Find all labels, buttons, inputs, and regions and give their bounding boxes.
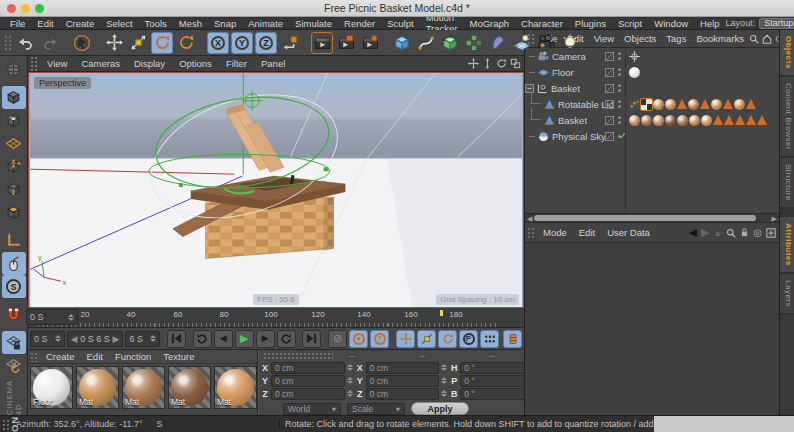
selection-tag[interactable] [746, 99, 756, 109]
menu-create[interactable]: Create [60, 18, 101, 29]
om-menu-view[interactable]: View [589, 33, 619, 44]
coord-z-scale-field[interactable]: 0 cm [366, 388, 440, 400]
target-icon[interactable] [629, 51, 640, 62]
record-keyframe-button[interactable]: ● [349, 330, 368, 348]
render-picture-viewer-button[interactable] [335, 32, 357, 54]
add-spline-button[interactable] [415, 32, 437, 54]
make-editable-button[interactable] [2, 58, 26, 81]
record-button[interactable]: ⊘ [328, 330, 347, 348]
lock-z-button[interactable]: Z [255, 32, 277, 54]
material-menu-edit[interactable]: Edit [81, 351, 109, 362]
material-menu-texture[interactable]: Texture [157, 351, 200, 362]
menu-simulate[interactable]: Simulate [289, 18, 338, 29]
viewport-camera-label[interactable]: Perspective [34, 77, 91, 89]
material-tag[interactable] [701, 115, 712, 126]
tab-objects[interactable]: Objects [780, 30, 794, 77]
polygons-mode-button[interactable] [2, 201, 26, 224]
texture-mode-button[interactable] [2, 109, 26, 132]
goto-end-button[interactable] [302, 330, 321, 348]
material-menu-grip[interactable] [30, 352, 38, 362]
menu-select[interactable]: Select [100, 18, 138, 29]
visibility-dots[interactable] [618, 52, 621, 60]
menu-plugins[interactable]: Plugins [569, 18, 612, 29]
object-row-basket-mesh[interactable]: Basket [525, 112, 779, 128]
menu-file[interactable]: File [4, 18, 31, 29]
am-menu-edit[interactable]: Edit [573, 227, 601, 238]
uvw-tag-selected[interactable] [641, 99, 652, 110]
material-tag[interactable] [665, 115, 676, 126]
add-cube-button[interactable] [391, 32, 413, 54]
lock-icon[interactable] [740, 227, 749, 238]
autokey-button[interactable]: ? [370, 330, 389, 348]
lock-x-button[interactable]: X [207, 32, 229, 54]
key-pla-button[interactable] [480, 330, 499, 348]
current-frame-spinner[interactable]: 0 S [26, 309, 78, 325]
material-tag[interactable] [711, 99, 722, 110]
previous-frame-button[interactable]: ◀ [214, 330, 233, 348]
coord-b-rotation-field[interactable]: 0 ° [460, 388, 534, 400]
layer-box[interactable] [605, 52, 614, 61]
layer-box[interactable] [605, 68, 614, 77]
undo-button[interactable] [15, 32, 37, 54]
live-selection-button[interactable] [71, 32, 93, 54]
coordinate-system-button[interactable] [279, 32, 301, 54]
visibility-dots[interactable] [618, 116, 621, 124]
layer-box[interactable] [605, 132, 614, 141]
material-thumbnail[interactable]: Mat [122, 366, 165, 409]
snap-button[interactable] [2, 303, 26, 326]
model-mode-button[interactable] [2, 86, 26, 109]
pan-view-icon[interactable] [468, 58, 479, 69]
menu-character[interactable]: Character [515, 18, 569, 29]
menu-help[interactable]: Help [694, 18, 726, 29]
add-generator-button[interactable] [439, 32, 461, 54]
enabled-check-icon[interactable]: ✓ [619, 131, 627, 141]
viewport-canvas[interactable]: x y Perspective FPS : 55.6 Grid Spacing … [28, 72, 524, 308]
visibility-dots[interactable] [618, 84, 621, 92]
am-menu-mode[interactable]: Mode [537, 227, 573, 238]
selection-tag[interactable] [700, 99, 710, 109]
menu-snap[interactable]: Snap [208, 18, 242, 29]
edges-mode-button[interactable] [2, 178, 26, 201]
object-row-physical-sky[interactable]: Physical Sky ✓ [525, 128, 779, 144]
viewport-menu-view[interactable]: View [40, 58, 74, 69]
key-rotation-button[interactable] [438, 330, 457, 348]
selection-tag[interactable] [724, 115, 734, 125]
viewport-menu-options[interactable]: Options [172, 58, 219, 69]
play-backwards-button[interactable] [193, 330, 212, 348]
history-forward-icon[interactable]: ▶ [701, 226, 709, 239]
scroll-right-icon[interactable]: ▶ [772, 215, 777, 222]
axis-mode-button[interactable] [2, 229, 26, 252]
tab-layers[interactable]: Layers [780, 274, 794, 315]
menu-mesh[interactable]: Mesh [173, 18, 208, 29]
om-menu-bookmarks[interactable]: Bookmarks [691, 33, 749, 44]
play-forwards-loop-button[interactable] [277, 330, 296, 348]
viewport-menu-cameras[interactable]: Cameras [74, 58, 127, 69]
layer-box[interactable] [605, 84, 614, 93]
solo-mode-button[interactable]: S [2, 275, 26, 298]
selection-tag[interactable] [735, 115, 745, 125]
move-tool-button[interactable] [103, 32, 125, 54]
points-mode-button[interactable] [2, 155, 26, 178]
coord-h-rotation-field[interactable]: 0 ° [460, 362, 534, 374]
add-mograph-button[interactable] [463, 32, 485, 54]
material-tag[interactable] [688, 99, 699, 110]
menu-render[interactable]: Render [338, 18, 381, 29]
play-button[interactable]: ▶ [235, 330, 254, 348]
coord-p-rotation-field[interactable]: 0 ° [460, 375, 534, 387]
material-thumbnail[interactable]: Mat [168, 366, 211, 409]
menu-tools[interactable]: Tools [139, 18, 173, 29]
render-view-button[interactable] [311, 32, 333, 54]
coord-y-position-field[interactable]: 0 cm [271, 375, 345, 387]
tab-attributes[interactable]: Attributes [780, 217, 794, 274]
om-search-icon[interactable] [749, 34, 759, 44]
key-parameter-button[interactable]: P [459, 330, 478, 348]
om-horizontal-scrollbar[interactable]: ◀ ▶ [525, 213, 779, 223]
layer-box[interactable] [605, 116, 614, 125]
viewport-menu-display[interactable]: Display [127, 58, 172, 69]
selection-tag[interactable] [723, 99, 733, 109]
menu-mograph[interactable]: MoGraph [463, 18, 515, 29]
object-row-rotatable-lid[interactable]: Rotatable Lid [525, 96, 779, 112]
selection-tag[interactable] [713, 115, 723, 125]
coordinate-space-select[interactable]: World▾ [283, 403, 341, 415]
render-settings-button[interactable] [359, 32, 381, 54]
